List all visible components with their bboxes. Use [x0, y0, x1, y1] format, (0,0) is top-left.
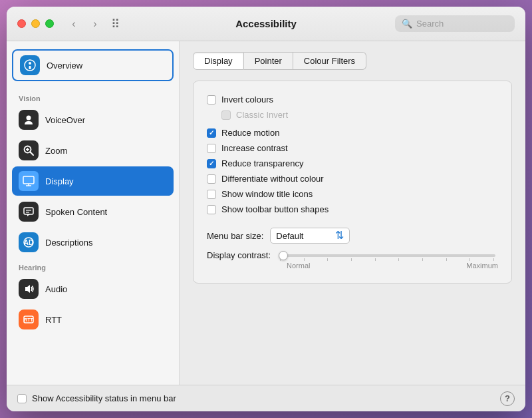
spoken-content-icon [19, 202, 39, 222]
increase-contrast-checkbox[interactable] [207, 144, 216, 153]
search-placeholder: Search [416, 19, 444, 29]
traffic-lights [17, 19, 54, 28]
reduce-motion-row: Reduce motion [207, 125, 498, 140]
menu-bar-size-row: Menu bar size: Default ⇅ [207, 222, 498, 246]
sidebar-item-spoken-content[interactable]: Spoken Content [12, 197, 174, 226]
increase-contrast-label: Increase contrast [221, 143, 288, 153]
svg-text:RTT: RTT [24, 317, 33, 322]
show-window-title-row: Show window title icons [207, 186, 498, 202]
invert-colours-label: Invert colours [221, 95, 273, 104]
bottom-bar: Show Accessibility status in menu bar ? [7, 385, 525, 411]
svg-point-3 [27, 116, 31, 120]
differentiate-colour-row: Differentiate without colour [207, 171, 498, 186]
display-icon [19, 171, 39, 191]
right-panel: Display Pointer Colour Filters Invert co… [180, 41, 525, 385]
slider-max-label: Maximum [466, 262, 498, 270]
contrast-slider-track[interactable] [279, 254, 495, 257]
voiceover-label: VoiceOver [45, 115, 85, 125]
nav-arrows: ‹ › [65, 15, 104, 33]
increase-contrast-row: Increase contrast [207, 140, 498, 156]
main-window: ‹ › ⠿ Accessibility 🔍 Search Overvi [7, 7, 525, 411]
reduce-transparency-row: Reduce transparency [207, 156, 498, 171]
differentiate-colour-checkbox[interactable] [207, 174, 216, 184]
tab-colour-filters[interactable]: Colour Filters [293, 52, 366, 70]
sidebar: Overview Vision VoiceOver [7, 41, 180, 385]
slider-label-row: Display contrast: [207, 250, 498, 260]
tab-pointer[interactable]: Pointer [244, 52, 293, 70]
slider-labels: Normal Maximum [207, 262, 498, 270]
forward-button[interactable]: › [86, 15, 104, 33]
voiceover-icon [19, 110, 39, 130]
minimize-button[interactable] [31, 19, 40, 28]
back-button[interactable]: ‹ [65, 15, 83, 33]
menu-bar-size-value: Default [276, 231, 331, 241]
options-panel: Invert colours Classic Invert Reduce mot… [193, 81, 512, 284]
zoom-icon [19, 140, 39, 160]
classic-invert-row: Classic Invert [207, 107, 498, 122]
spoken-content-label: Spoken Content [45, 207, 107, 217]
hearing-section-label: Hearing [12, 258, 174, 274]
differentiate-colour-label: Differentiate without colour [221, 174, 324, 184]
slider-min-label: Normal [287, 262, 310, 270]
invert-colours-row: Invert colours [207, 92, 498, 107]
rtt-label: RTT [45, 315, 62, 325]
audio-icon [19, 279, 39, 299]
sidebar-item-zoom[interactable]: Zoom [12, 136, 174, 165]
show-toolbar-row: Show toolbar button shapes [207, 202, 498, 217]
window-title: Accessibility [235, 18, 297, 29]
apps-grid-icon[interactable]: ⠿ [111, 17, 120, 31]
classic-invert-checkbox[interactable] [221, 110, 231, 120]
sidebar-item-rtt[interactable]: RTT RTT [12, 305, 174, 334]
search-box[interactable]: 🔍 Search [395, 15, 515, 32]
reduce-transparency-label: Reduce transparency [221, 158, 304, 168]
overview-label: Overview [47, 61, 82, 71]
svg-rect-8 [23, 176, 34, 184]
descriptions-label: Descriptions [45, 238, 93, 248]
tab-display[interactable]: Display [193, 52, 244, 70]
vision-section-label: Vision [12, 89, 174, 105]
show-window-title-label: Show window title icons [221, 189, 313, 199]
audio-label: Audio [45, 284, 67, 294]
search-icon: 🔍 [402, 19, 412, 29]
svg-line-5 [31, 152, 34, 156]
title-bar: ‹ › ⠿ Accessibility 🔍 Search [7, 7, 525, 41]
classic-invert-label: Classic Invert [236, 110, 288, 120]
svg-text:AD: AD [24, 239, 33, 246]
help-button[interactable]: ? [500, 391, 515, 406]
maximize-button[interactable] [45, 19, 54, 28]
select-arrows-icon: ⇅ [335, 230, 344, 241]
close-button[interactable] [17, 19, 26, 28]
show-toolbar-label: Show toolbar button shapes [221, 204, 329, 214]
menu-bar-size-select[interactable]: Default ⇅ [270, 228, 350, 244]
bottom-checkbox-row: Show Accessibility status in menu bar [17, 393, 176, 403]
main-content: Overview Vision VoiceOver [7, 41, 525, 385]
display-contrast-row: Display contrast: [207, 246, 498, 272]
sidebar-item-display[interactable]: Display [12, 166, 174, 196]
svg-rect-11 [24, 208, 33, 214]
tabs-container: Display Pointer Colour Filters [193, 52, 512, 70]
sidebar-item-overview[interactable]: Overview [12, 49, 174, 81]
rtt-icon: RTT [19, 310, 39, 329]
reduce-transparency-checkbox[interactable] [207, 159, 216, 168]
reduce-motion-checkbox[interactable] [207, 128, 216, 138]
svg-rect-2 [29, 66, 31, 69]
menu-bar-size-label: Menu bar size: [207, 231, 263, 241]
overview-icon [20, 55, 40, 75]
reduce-motion-label: Reduce motion [221, 128, 279, 138]
sidebar-item-audio[interactable]: Audio [12, 274, 174, 304]
display-label: Display [45, 176, 74, 186]
display-contrast-label: Display contrast: [207, 250, 271, 260]
invert-colours-checkbox[interactable] [207, 95, 216, 104]
sidebar-item-voiceover[interactable]: VoiceOver [12, 105, 174, 134]
svg-point-1 [29, 62, 31, 65]
zoom-label: Zoom [45, 146, 67, 156]
descriptions-icon: AD [19, 232, 39, 252]
show-window-title-checkbox[interactable] [207, 190, 216, 199]
show-accessibility-status-checkbox[interactable] [17, 394, 27, 403]
sidebar-item-descriptions[interactable]: AD Descriptions [12, 228, 174, 257]
show-toolbar-checkbox[interactable] [207, 205, 216, 214]
show-accessibility-status-label: Show Accessibility status in menu bar [32, 393, 176, 403]
